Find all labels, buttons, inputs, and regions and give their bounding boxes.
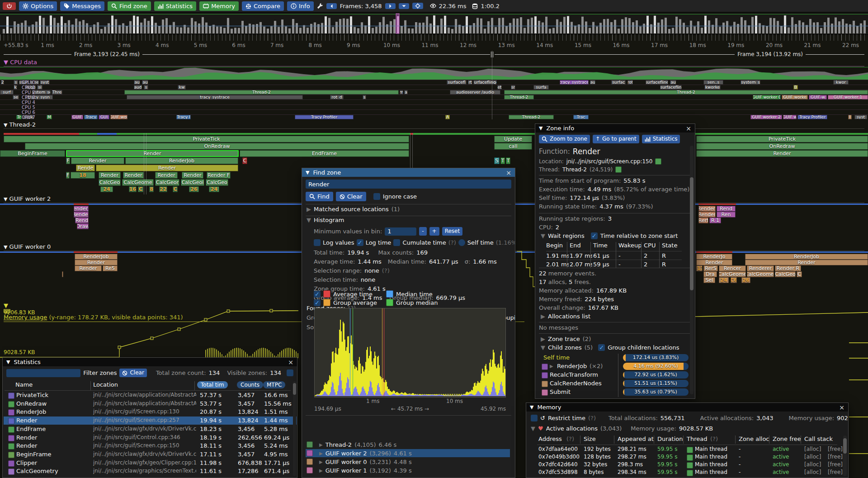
close-icon[interactable]: × [686, 125, 691, 132]
zone[interactable]: OnRedraw [696, 143, 868, 150]
zone[interactable]: Render [75, 265, 102, 271]
zone[interactable]: Render [74, 212, 89, 218]
expander-icon[interactable]: ▶ [319, 468, 323, 473]
col-duration[interactable]: Duration [657, 435, 683, 442]
col-location[interactable]: Location [93, 381, 118, 388]
child-zone-row[interactable]: RecalcTransform72.92 us (1.62%) [539, 371, 692, 379]
zone[interactable]: 24 [100, 186, 113, 192]
zone[interactable]: 8 [149, 186, 154, 192]
reset-button[interactable]: Reset [442, 227, 463, 236]
col-zone-alloc[interactable]: Zone alloc [739, 435, 769, 442]
allocations-list[interactable]: Allocations list [548, 313, 590, 320]
expander-icon[interactable]: ▶ [319, 451, 323, 456]
zone[interactable]: Thread-2 [509, 115, 554, 119]
zone[interactable]: audioserver /audio [450, 90, 500, 95]
zone-statistics-button[interactable]: Statistics [642, 135, 680, 143]
time-ruler[interactable] [0, 34, 868, 41]
zone[interactable]: 16 [129, 186, 137, 192]
zone[interactable]: Render [71, 157, 124, 164]
zone[interactable] [62, 271, 63, 277]
zone[interactable]: Render [698, 212, 716, 218]
col-mtpc[interactable]: MTPC [263, 381, 285, 388]
zone[interactable]: Dra [703, 271, 717, 277]
zone[interactable]: s [14, 80, 18, 85]
wait-col[interactable]: Time [593, 242, 608, 249]
zone[interactable]: F [66, 172, 70, 179]
expander-icon[interactable]: ▶ [541, 336, 545, 342]
zone[interactable]: surfac [611, 80, 626, 85]
zone[interactable]: F [66, 157, 70, 164]
zone[interactable]: RenderJo [696, 254, 732, 260]
allocation-row[interactable]: 0x7dfaa64e00192 bytes298.21 ms59.95 sMai… [526, 446, 848, 454]
zone[interactable]: syst [40, 80, 50, 85]
zone[interactable]: surfa [533, 85, 549, 90]
restrict-time-checkbox[interactable] [531, 415, 538, 421]
child-zone-row[interactable]: CalcRenderNodes51.51 us (1.15%) [539, 379, 692, 388]
zone[interactable]: surfacefline [646, 80, 668, 85]
zone[interactable]: Ren [717, 212, 736, 218]
stats-row[interactable]: Clipperjni/../jni/src/claw/gfx/geo/Clipp… [4, 459, 297, 467]
col-zone-free[interactable]: Zone free [773, 435, 801, 442]
thread-color-swatch[interactable] [615, 166, 622, 173]
zone[interactable]: k [14, 85, 17, 90]
found-zone-group[interactable]: ▶GUIF worker 1(3,192)4.39 s [306, 466, 510, 474]
zone[interactable]: tracy_systrace [560, 80, 589, 85]
Log values-checkbox[interactable]: Log values [314, 239, 354, 246]
child-zone-row[interactable]: Self time172.14 us (3.83%) [539, 354, 692, 362]
zone[interactable]: BeginFrame [0, 150, 65, 157]
zone[interactable]: T [506, 157, 510, 164]
collapse-icon[interactable]: ▼ [306, 170, 309, 175]
allocation-row[interactable]: 0x7dfc42d64032 bytes298.3 ms59.95 sMain … [526, 461, 848, 469]
zone[interactable]: Rend [717, 206, 736, 212]
expander-icon[interactable]: ▶ [319, 442, 323, 447]
zone[interactable]: Rencer [719, 265, 746, 271]
zone[interactable]: RenderJ [698, 206, 716, 212]
zone[interactable]: au [142, 80, 148, 85]
zone[interactable]: RenderJo [74, 206, 89, 212]
found-zone-group[interactable]: ▶Thread-2(4,105)6.46 s [306, 440, 510, 449]
clear-filter-button[interactable]: Clear [119, 369, 146, 377]
zone[interactable]: Render [696, 150, 868, 157]
location-color-swatch[interactable] [655, 158, 661, 165]
wait-col[interactable]: Begin [546, 242, 563, 249]
col-thread[interactable]: Thread [687, 435, 707, 442]
zone[interactable]: Render [745, 260, 868, 265]
col-counts[interactable]: Counts [237, 381, 263, 388]
zone[interactable]: OnRedraw [25, 143, 409, 150]
stats-row[interactable]: RenderJobjni/../jni/src/guif/Screen.cpp:… [4, 408, 297, 416]
goto-frame-button[interactable] [412, 3, 423, 9]
expander-icon[interactable]: ▼ [541, 232, 545, 239]
col-total-time[interactable]: Total tim [197, 381, 228, 388]
legend-item[interactable]: Group median [386, 299, 438, 306]
collapse-icon[interactable]: ▼ [4, 122, 7, 128]
zone[interactable]: Draw [77, 223, 89, 229]
zone[interactable]: s [144, 85, 148, 90]
zone[interactable]: RerS [703, 265, 718, 271]
zone[interactable]: C6 [731, 277, 737, 283]
zone[interactable]: 22 [159, 186, 167, 192]
allocation-row[interactable]: 0x7e049b3d00128 bytes298.27 ms59.95 sMai… [526, 454, 848, 461]
expander-icon[interactable]: ▼ [307, 217, 311, 223]
ignore-case-checkbox[interactable] [373, 193, 380, 200]
info-button[interactable]: Info [287, 1, 314, 11]
zone[interactable]: Render F [207, 172, 231, 179]
collapse-icon[interactable]: ▼ [4, 244, 7, 250]
expander-icon[interactable]: ▶ [307, 206, 311, 213]
zone[interactable]: Rerf [698, 218, 708, 223]
zone[interactable]: GUIF worker 1 [828, 95, 868, 99]
expander-icon[interactable]: ▼ [541, 344, 545, 351]
zone-trace[interactable]: Zone trace [548, 336, 580, 342]
stats-row[interactable]: EndFramejni/../jni/src/claw/gfx/drv/vk/D… [4, 425, 297, 433]
power-button[interactable] [3, 2, 16, 10]
zone[interactable]: Render [66, 150, 239, 157]
zone[interactable]: GUIF-w [809, 95, 827, 99]
zone[interactable]: CalcGeo [99, 179, 121, 186]
zone[interactable]: surfaceflin [660, 85, 682, 90]
zone[interactable]: Tr [16, 115, 22, 119]
zone[interactable]: tracy_systrace [127, 95, 303, 99]
zone[interactable]: CalcGeo [206, 179, 228, 186]
stats-option-checkbox[interactable] [287, 369, 293, 376]
zone[interactable]: system_s [741, 80, 760, 85]
zone[interactable]: T [500, 157, 505, 164]
legend-item[interactable]: Median time [386, 290, 433, 298]
